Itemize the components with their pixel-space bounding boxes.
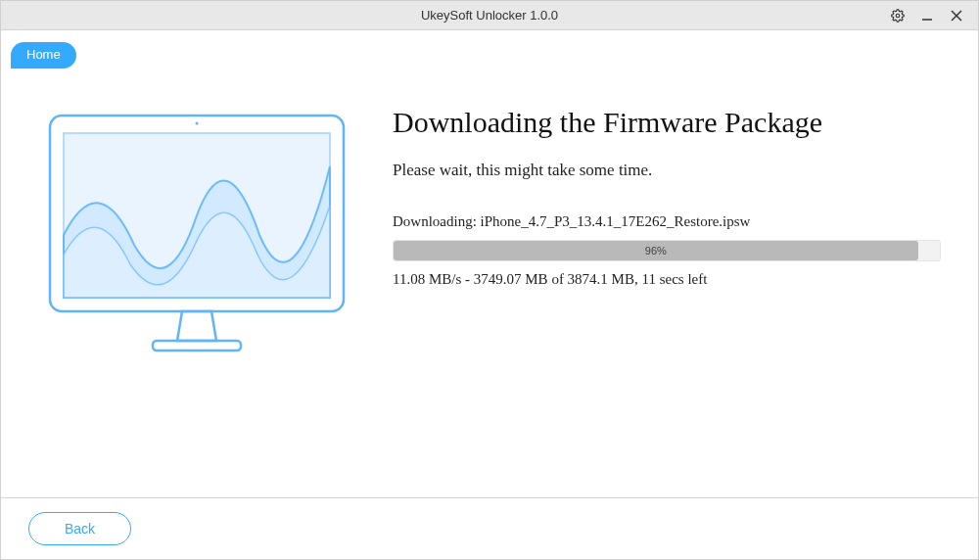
window-title: UkeySoft Unlocker 1.0.0	[1, 8, 978, 23]
close-icon[interactable]	[949, 8, 964, 23]
svg-rect-7	[153, 341, 241, 350]
back-button[interactable]: Back	[28, 512, 131, 545]
download-file-line: Downloading: iPhone_4.7_P3_13.4.1_17E262…	[393, 213, 949, 230]
download-filename: iPhone_4.7_P3_13.4.1_17E262_Restore.ipsw	[481, 213, 751, 229]
page-heading: Downloading the Firmware Package	[393, 106, 949, 139]
tabstrip: Home	[1, 30, 978, 69]
svg-point-5	[196, 122, 199, 125]
download-status: 11.08 MB/s - 3749.07 MB of 3874.1 MB, 11…	[393, 271, 949, 288]
download-prefix: Downloading:	[393, 213, 481, 229]
titlebar: UkeySoft Unlocker 1.0.0	[1, 1, 978, 30]
monitor-illustration	[40, 108, 353, 362]
progress-bar: 96%	[393, 240, 941, 261]
content-area: Downloading the Firmware Package Please …	[1, 69, 978, 497]
tab-home[interactable]: Home	[11, 42, 76, 69]
window-controls	[890, 8, 978, 23]
progress-fill: 96%	[394, 241, 918, 260]
footer: Back	[1, 497, 978, 559]
app-window: UkeySoft Unlocker 1.0.0 Home	[0, 0, 979, 560]
minimize-icon[interactable]	[919, 8, 935, 23]
page-subtext: Please wait, this might take some time.	[393, 161, 949, 180]
svg-point-0	[896, 14, 900, 18]
info-panel: Downloading the Firmware Package Please …	[363, 98, 949, 497]
gear-icon[interactable]	[890, 8, 906, 23]
illustration-container	[30, 98, 363, 497]
progress-label: 96%	[645, 245, 667, 257]
